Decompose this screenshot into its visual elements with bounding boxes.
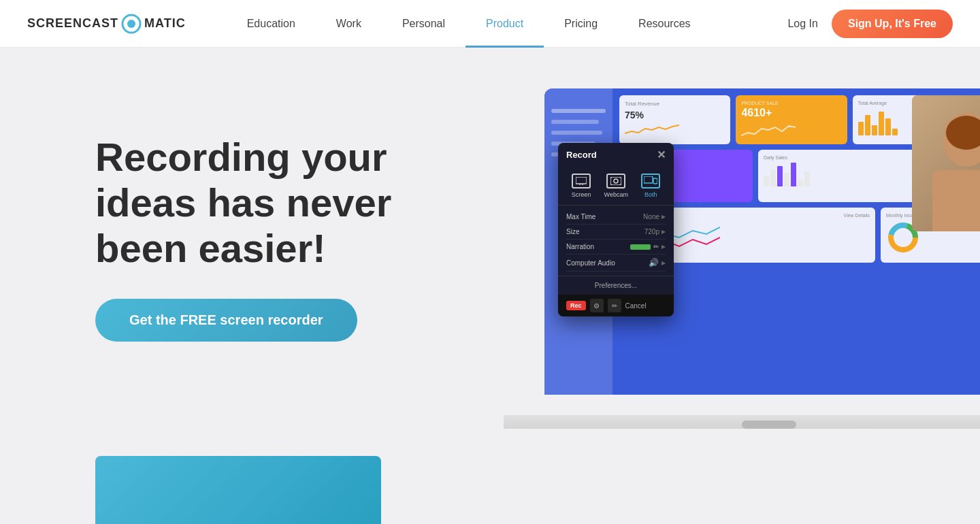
record-settings: Max Time None ▶ Size 720p ▶ bbox=[558, 206, 674, 276]
webcam-mode-label: Webcam bbox=[604, 191, 628, 198]
nav-education[interactable]: Education bbox=[227, 0, 316, 48]
setting-computer-audio: Computer Audio 🔊 ▶ bbox=[566, 255, 666, 272]
record-mode-screen[interactable]: Screen bbox=[572, 174, 591, 198]
screen-mode-label: Screen bbox=[572, 191, 591, 198]
setting-audio-arrow: ▶ bbox=[662, 260, 666, 266]
setting-max-time-label: Max Time bbox=[566, 213, 595, 220]
setting-max-time-value: None bbox=[643, 213, 659, 220]
hero-title: Recording your ideas has never been easi… bbox=[95, 135, 463, 271]
both-mode-icon bbox=[641, 174, 660, 189]
preview-card bbox=[95, 456, 381, 524]
nav-right: Log In Sign Up, It's Free bbox=[787, 10, 953, 38]
hero-content: Recording your ideas has never been easi… bbox=[0, 135, 463, 341]
svg-rect-14 bbox=[653, 178, 657, 184]
setting-size-label: Size bbox=[566, 228, 579, 235]
svg-rect-13 bbox=[644, 176, 653, 183]
setting-size-arrow: ▶ bbox=[662, 229, 666, 235]
screen-mode-icon bbox=[572, 174, 591, 189]
narration-edit-icon: ✏ bbox=[653, 243, 659, 250]
person-image bbox=[912, 95, 980, 231]
setting-max-time-arrow: ▶ bbox=[662, 214, 666, 220]
nav-resources[interactable]: Resources bbox=[618, 0, 710, 48]
setting-size-value: 720p bbox=[644, 228, 659, 235]
record-bar: Rec ⚙ ✏ Cancel bbox=[558, 295, 674, 316]
svg-point-1 bbox=[127, 20, 135, 28]
record-mode-both[interactable]: Both bbox=[641, 174, 660, 198]
nav-links: Education Work Personal Product Pricing … bbox=[227, 0, 788, 48]
logo-text-matic: MATIC bbox=[144, 16, 186, 31]
navbar: SCREENCAST MATIC Education Work Personal… bbox=[0, 0, 980, 48]
setting-size: Size 720p ▶ bbox=[566, 225, 666, 240]
setting-max-time: Max Time None ▶ bbox=[566, 210, 666, 225]
signup-button[interactable]: Sign Up, It's Free bbox=[832, 10, 953, 38]
cta-button[interactable]: Get the FREE screen recorder bbox=[95, 299, 357, 342]
nav-product[interactable]: Product bbox=[466, 0, 544, 48]
logo-icon bbox=[121, 14, 142, 34]
svg-rect-11 bbox=[610, 177, 621, 185]
record-modes: Screen Webcam bbox=[558, 167, 674, 206]
logo-text-screencast: SCREENCAST bbox=[27, 16, 118, 31]
svg-rect-7 bbox=[932, 170, 980, 231]
svg-point-12 bbox=[614, 179, 618, 183]
record-dialog-title: Record bbox=[566, 150, 597, 160]
setting-narration: Narration ✏ ▶ bbox=[566, 240, 666, 255]
bottom-preview-section bbox=[0, 429, 980, 524]
setting-audio-label: Computer Audio bbox=[566, 259, 615, 267]
nav-pricing[interactable]: Pricing bbox=[544, 0, 618, 48]
preferences-button[interactable]: Preferences... bbox=[558, 276, 674, 295]
laptop-mockup: Total Revenue 75% PRODUCT SALE bbox=[504, 88, 980, 429]
laptop-base bbox=[504, 415, 980, 429]
both-mode-label: Both bbox=[644, 191, 657, 198]
nav-personal[interactable]: Personal bbox=[382, 0, 466, 48]
record-dialog: Record ✕ Screen bbox=[558, 143, 674, 316]
record-dialog-header: Record ✕ bbox=[558, 143, 674, 167]
record-mode-webcam[interactable]: Webcam bbox=[604, 174, 628, 198]
setting-narration-arrow: ▶ bbox=[662, 244, 666, 250]
screen-content: Total Revenue 75% PRODUCT SALE bbox=[544, 88, 980, 395]
settings-gear-icon[interactable]: ⚙ bbox=[590, 299, 604, 312]
edit-icon[interactable]: ✏ bbox=[608, 299, 621, 312]
svg-rect-8 bbox=[576, 177, 587, 184]
rec-button[interactable]: Rec bbox=[566, 301, 586, 310]
record-dialog-close-icon[interactable]: ✕ bbox=[657, 148, 666, 161]
hero-section: Recording your ideas has never been easi… bbox=[0, 48, 980, 429]
cancel-button[interactable]: Cancel bbox=[625, 302, 647, 310]
webcam-mode-icon bbox=[606, 174, 625, 189]
nav-work[interactable]: Work bbox=[316, 0, 382, 48]
audio-icon: 🔊 bbox=[649, 258, 659, 267]
login-button[interactable]: Log In bbox=[787, 18, 817, 30]
laptop-screen: Total Revenue 75% PRODUCT SALE bbox=[544, 88, 980, 395]
setting-narration-label: Narration bbox=[566, 243, 594, 250]
narration-indicator bbox=[630, 244, 651, 250]
logo[interactable]: SCREENCAST MATIC bbox=[27, 14, 186, 34]
